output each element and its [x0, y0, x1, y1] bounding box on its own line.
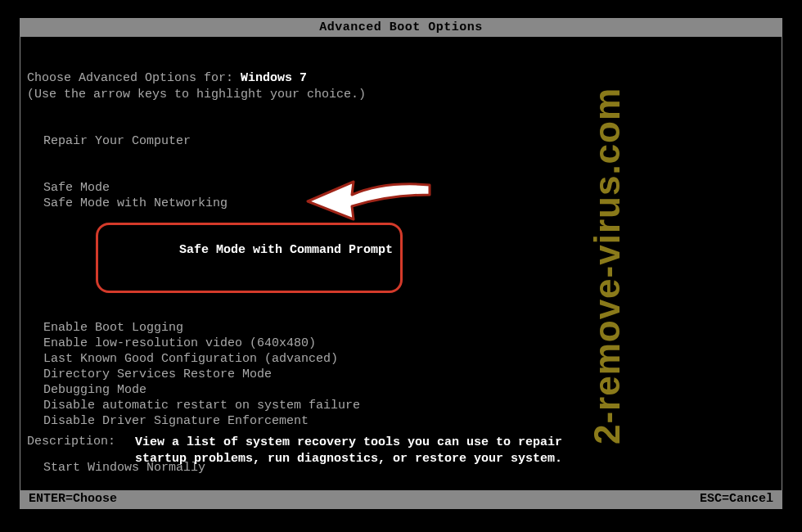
menu-item-boot-logging[interactable]: Enable Boot Logging — [43, 320, 396, 336]
choose-prefix: Choose Advanced Options for: — [27, 71, 241, 85]
menu-item-disable-driver-sig[interactable]: Disable Driver Signature Enforcement — [43, 413, 396, 429]
choose-line: Choose Advanced Options for: Windows 7 — [27, 71, 307, 85]
menu-item-ds-restore[interactable]: Directory Services Restore Mode — [43, 367, 396, 382]
description-text: View a list of system recovery tools you… — [135, 435, 562, 467]
pointer-arrow-icon — [303, 177, 434, 228]
menu-item-last-known[interactable]: Last Known Good Configuration (advanced) — [43, 351, 396, 367]
menu-spacer — [43, 304, 396, 320]
menu-item-low-res[interactable]: Enable low-resolution video (640x480) — [43, 336, 396, 351]
screen-title: Advanced Boot Options — [319, 20, 483, 34]
menu-spacer — [43, 149, 396, 165]
description-block: Description: View a list of system recov… — [27, 435, 562, 467]
hint-line: (Use the arrow keys to highlight your ch… — [27, 88, 366, 101]
boot-options-screen: Advanced Boot Options Choose Advanced Op… — [20, 18, 782, 509]
footer-bar: ENTER=Choose ESC=Cancel — [20, 490, 782, 508]
menu-item-repair[interactable]: Repair Your Computer — [43, 133, 396, 149]
title-bar: Advanced Boot Options — [20, 19, 782, 37]
highlight-oval — [96, 223, 403, 293]
footer-esc: ESC=Cancel — [700, 490, 773, 508]
content-area: Choose Advanced Options for: Windows 7 (… — [20, 37, 782, 490]
os-name: Windows 7 — [241, 71, 307, 85]
menu-item-debugging[interactable]: Debugging Mode — [43, 382, 396, 398]
menu-item-disable-restart[interactable]: Disable automatic restart on system fail… — [43, 398, 396, 413]
footer-enter: ENTER=Choose — [29, 490, 117, 508]
description-label: Description: — [27, 435, 135, 467]
